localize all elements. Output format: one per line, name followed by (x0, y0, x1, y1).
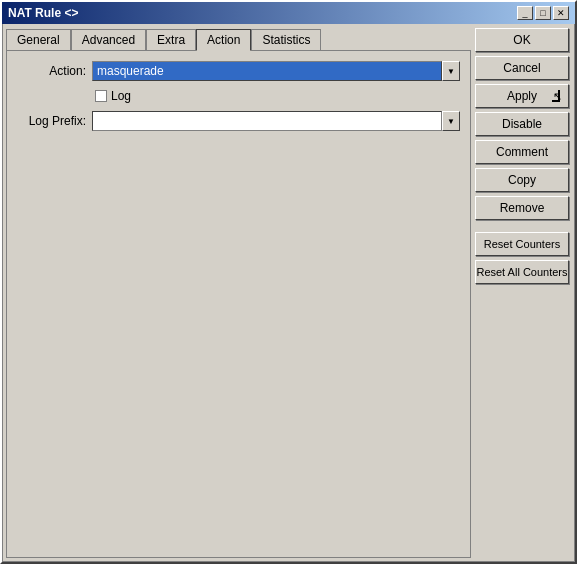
log-prefix-label: Log Prefix: (17, 114, 92, 128)
close-button[interactable]: ✕ (553, 6, 569, 20)
minimize-button[interactable]: _ (517, 6, 533, 20)
disable-button[interactable]: Disable (475, 112, 569, 136)
window-title: NAT Rule <> (8, 6, 78, 20)
ok-button[interactable]: OK (475, 28, 569, 52)
log-prefix-dropdown-arrow[interactable]: ▼ (442, 111, 460, 131)
action-row: Action: masquerade ▼ (17, 61, 460, 81)
apply-button[interactable]: Apply ↖ (475, 84, 569, 108)
reset-all-counters-button[interactable]: Reset All Counters (475, 260, 569, 284)
side-panel: OK Cancel Apply ↖ Disable Comment Copy R… (475, 24, 575, 562)
action-value-text: masquerade (97, 64, 164, 78)
log-prefix-input-wrapper: ▼ (92, 111, 460, 131)
title-bar: NAT Rule <> _ □ ✕ (2, 2, 575, 24)
cursor-icon: ↖ (553, 90, 562, 103)
tab-statistics[interactable]: Statistics (251, 29, 321, 51)
main-panel: General Advanced Extra Action Statistics… (2, 24, 475, 562)
comment-button[interactable]: Comment (475, 140, 569, 164)
tab-advanced[interactable]: Advanced (71, 29, 146, 51)
content-area: General Advanced Extra Action Statistics… (2, 24, 575, 562)
tab-extra[interactable]: Extra (146, 29, 196, 51)
reset-counters-button[interactable]: Reset Counters (475, 232, 569, 256)
tab-general[interactable]: General (6, 29, 71, 51)
title-bar-controls: _ □ ✕ (517, 6, 569, 20)
tab-content: Action: masquerade ▼ Log Log Prefix: (6, 50, 471, 558)
log-prefix-input[interactable] (92, 111, 442, 131)
cancel-button[interactable]: Cancel (475, 56, 569, 80)
action-dropdown-value[interactable]: masquerade (92, 61, 442, 81)
remove-button[interactable]: Remove (475, 196, 569, 220)
maximize-button[interactable]: □ (535, 6, 551, 20)
log-label: Log (111, 89, 131, 103)
tab-bar: General Advanced Extra Action Statistics (6, 28, 471, 50)
log-row: Log (95, 89, 460, 103)
tab-action[interactable]: Action (196, 29, 251, 51)
log-checkbox[interactable] (95, 90, 107, 102)
nat-rule-window: NAT Rule <> _ □ ✕ General Advanced Extra… (0, 0, 577, 564)
action-dropdown-arrow[interactable]: ▼ (442, 61, 460, 81)
copy-button[interactable]: Copy (475, 168, 569, 192)
log-prefix-row: Log Prefix: ▼ (17, 111, 460, 131)
action-select-wrapper: masquerade ▼ (92, 61, 460, 81)
action-label: Action: (17, 64, 92, 78)
